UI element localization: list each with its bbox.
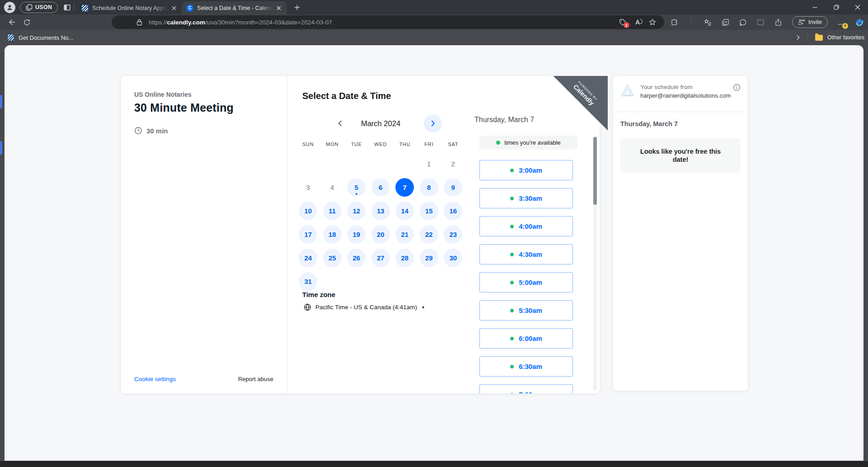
calendar-day-22[interactable]: 22 <box>417 222 441 246</box>
calendar-day-25[interactable]: 25 <box>320 246 345 269</box>
restore-button[interactable] <box>826 0 847 14</box>
report-abuse-link[interactable]: Report abuse <box>238 376 273 382</box>
next-month-button[interactable] <box>424 114 442 132</box>
calendar-day-empty <box>417 269 441 293</box>
settings-more-icon[interactable]: … <box>838 19 845 26</box>
calendar-day-5[interactable]: 5 <box>344 175 369 199</box>
web-capture-icon[interactable] <box>757 19 765 26</box>
tab-close-icon[interactable] <box>170 4 178 12</box>
cookie-settings-link[interactable]: Cookie settings <box>134 376 176 382</box>
schedule-panel: Your schedule from harper@rainierdigital… <box>613 76 748 391</box>
calendar-day-7[interactable]: 7 <box>393 175 417 199</box>
favorite-star-icon[interactable] <box>649 19 656 26</box>
time-slot-3:30am[interactable]: 3:30am <box>479 188 573 208</box>
clock-icon <box>134 127 142 135</box>
time-slot-6:30am[interactable]: 6:30am <box>479 356 573 377</box>
lock-icon[interactable] <box>136 19 142 26</box>
slot-time-label: 5:00am <box>519 278 542 286</box>
time-slot-4:30am[interactable]: 4:30am <box>479 244 573 264</box>
calendar-day-29[interactable]: 29 <box>417 246 441 269</box>
timezone-value: Pacific Time - US & Canada (4:41am) <box>315 304 417 311</box>
time-slot-3:00am[interactable]: 3:00am <box>479 160 573 180</box>
refresh-button[interactable] <box>19 15 34 29</box>
calendar-day-30[interactable]: 30 <box>441 246 465 269</box>
powered-by-ribbon[interactable]: POWERED BY Calendly <box>553 76 604 127</box>
availability-dot-icon <box>510 337 514 340</box>
browser-titlebar: USON Schedule Online Notary Appointi C S… <box>0 0 868 14</box>
titlebar-divider <box>74 3 74 11</box>
slot-time-label: 6:30am <box>519 363 542 370</box>
time-slot-5:30am[interactable]: 5:30am <box>479 300 573 321</box>
slot-time-label: 4:00am <box>519 222 542 230</box>
legend-label: times you're available <box>504 139 561 146</box>
calendar-day-12[interactable]: 12 <box>344 199 369 222</box>
minimize-button[interactable] <box>804 0 826 14</box>
calendar-day-15[interactable]: 15 <box>417 199 441 222</box>
time-slot-5:00am[interactable]: 5:00am <box>479 272 573 292</box>
back-button[interactable] <box>4 15 19 29</box>
calendar-day-27[interactable]: 27 <box>369 246 393 269</box>
tab-actions-menu-icon[interactable] <box>63 4 71 11</box>
address-bar[interactable]: https://calendly.com/uso/30min?month=202… <box>112 15 664 29</box>
copilot-icon[interactable] <box>854 17 864 27</box>
time-slot-6:00am[interactable]: 6:00am <box>479 328 573 349</box>
update-badge-icon <box>842 23 848 29</box>
availability-legend: times you're available <box>479 136 577 150</box>
chat-icon[interactable] <box>739 19 747 26</box>
tab-schedule-online-notary[interactable]: Schedule Online Notary Appointi <box>77 1 182 14</box>
calendar-day-26[interactable]: 26 <box>344 246 369 269</box>
calendar-day-14[interactable]: 14 <box>393 199 417 222</box>
tab-calendly-active[interactable]: C Select a Date & Time - Calendly <box>182 1 286 14</box>
calendar-day-empty <box>344 152 369 175</box>
slot-time-label: 5:30am <box>519 307 542 314</box>
calendar-day-empty <box>320 152 345 175</box>
calendar-day-19[interactable]: 19 <box>344 222 369 246</box>
toolbar-divider <box>691 18 691 26</box>
slot-time-label: 3:00am <box>519 166 542 174</box>
favorites-overflow-chevron-icon[interactable] <box>796 35 800 40</box>
time-slot-4:00am[interactable]: 4:00am <box>479 216 573 236</box>
slot-scrollbar-thumb[interactable] <box>593 137 597 205</box>
timezone-selector[interactable]: Pacific Time - US & Canada (4:41am) ▾ <box>304 303 424 311</box>
other-favorites-label[interactable]: Other favorites <box>827 34 864 41</box>
calendar-day-11[interactable]: 11 <box>320 199 345 222</box>
calendar-day-16[interactable]: 16 <box>441 199 465 222</box>
calendar-day-6[interactable]: 6 <box>369 175 393 199</box>
tab-close-icon[interactable] <box>275 4 283 12</box>
calendar-day-31[interactable]: 31 <box>296 269 320 293</box>
profile-avatar[interactable] <box>4 2 15 13</box>
calendar-day-21[interactable]: 21 <box>393 222 417 246</box>
calendar-day-10[interactable]: 10 <box>296 199 320 222</box>
bookmark-get-documents[interactable]: Get Documents No... <box>7 34 73 41</box>
slot-scrollbar[interactable] <box>593 136 597 391</box>
calendar-day-24[interactable]: 24 <box>296 246 320 269</box>
share-icon[interactable] <box>774 19 782 26</box>
calendar-day-8[interactable]: 8 <box>417 175 441 199</box>
workspace-button[interactable]: USON <box>20 2 58 13</box>
day-of-week-header-row: SUNMONTUEWEDTHUFRISAT <box>296 142 465 147</box>
calendar-day-23[interactable]: 23 <box>441 222 465 246</box>
read-aloud-icon[interactable]: A <box>635 19 640 26</box>
calendar-day-2: 2 <box>441 152 465 175</box>
favorites-bar-icon[interactable] <box>704 19 712 26</box>
extensions-icon[interactable] <box>671 19 678 26</box>
invite-button[interactable]: Invite <box>792 16 828 28</box>
host-name: US Online Notaries <box>134 91 274 98</box>
page-title: Select a Date & Time <box>302 91 391 101</box>
workspace-label: USON <box>35 4 52 10</box>
calendar-day-20[interactable]: 20 <box>369 222 393 246</box>
calendar-day-28[interactable]: 28 <box>393 246 417 269</box>
time-slot-7:00am[interactable]: 7:00am <box>479 384 573 393</box>
previous-month-button[interactable] <box>331 114 349 132</box>
day-header-tue: TUE <box>344 142 369 147</box>
close-window-button[interactable] <box>847 0 868 14</box>
collections-icon[interactable] <box>722 19 729 26</box>
info-icon[interactable] <box>733 84 741 91</box>
url-text[interactable]: https://calendly.com/uso/30min?month=202… <box>149 19 619 26</box>
new-tab-button[interactable] <box>291 1 303 13</box>
calendar-day-17[interactable]: 17 <box>296 222 320 246</box>
calendar-day-13[interactable]: 13 <box>369 199 393 222</box>
calendar-day-9[interactable]: 9 <box>441 175 465 199</box>
site-alert-icon[interactable]: 1 <box>619 19 626 26</box>
calendar-day-18[interactable]: 18 <box>320 222 345 246</box>
